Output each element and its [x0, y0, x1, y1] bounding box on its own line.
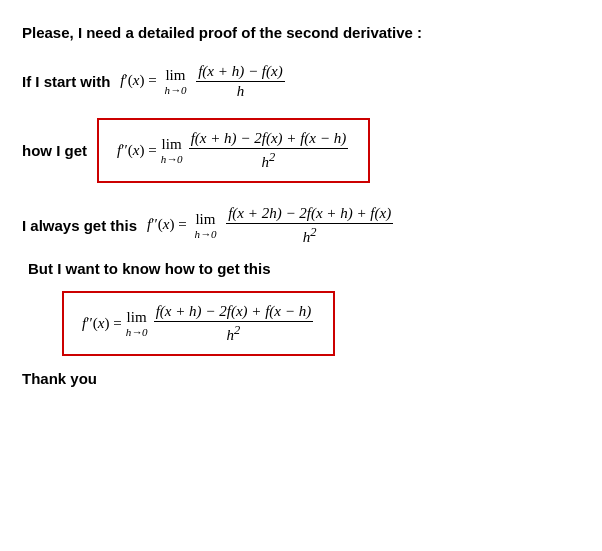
note-label: But I want to know how to get this — [22, 260, 580, 277]
row2-label: how I get — [22, 142, 87, 159]
row-how-i-get: how I get f′′(x) = lim h→0 f(x + h) − 2f… — [22, 118, 580, 183]
page-title: Please, I need a detailed proof of the s… — [22, 24, 580, 41]
first-derivative-formula: f′(x) = lim h→0 f(x + h) − f(x) h — [120, 63, 286, 100]
row-first-derivative: If I start with f′(x) = lim h→0 f(x + h)… — [22, 63, 580, 100]
row3-label: I always get this — [22, 217, 137, 234]
second-derivative-boxed-1: f′′(x) = lim h→0 f(x + h) − 2f(x) + f(x … — [97, 118, 370, 183]
row1-label: If I start with — [22, 73, 110, 90]
second-derivative-boxed-2: f′′(x) = lim h→0 f(x + h) − 2f(x) + f(x … — [62, 291, 335, 356]
row-always-get: I always get this f′′(x) = lim h→0 f(x +… — [22, 205, 580, 246]
thank-you-label: Thank you — [22, 370, 580, 387]
second-derivative-always: f′′(x) = lim h→0 f(x + 2h) − 2f(x + h) +… — [147, 205, 395, 246]
